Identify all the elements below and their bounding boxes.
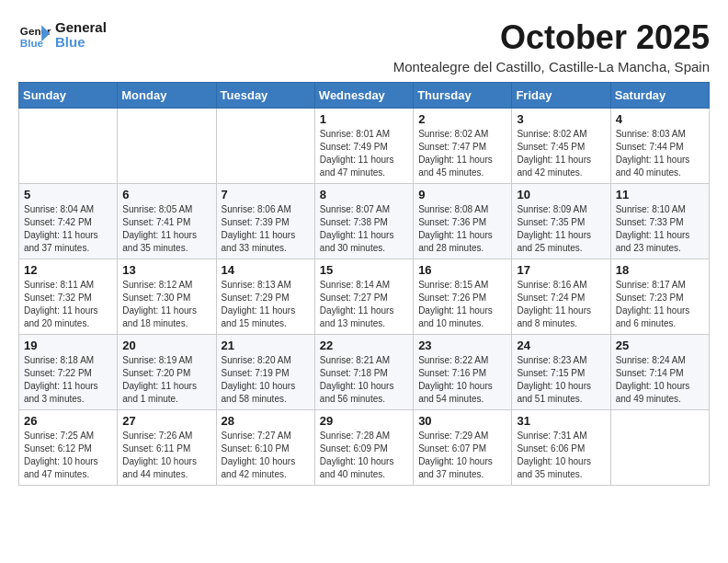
calendar-cell: 30Sunrise: 7:29 AM Sunset: 6:07 PM Dayli…	[414, 410, 512, 486]
day-number: 14	[222, 263, 310, 277]
calendar-cell: 31Sunrise: 7:31 AM Sunset: 6:06 PM Dayli…	[512, 410, 610, 486]
week-row-2: 5Sunrise: 8:04 AM Sunset: 7:42 PM Daylig…	[19, 184, 710, 259]
week-row-5: 26Sunrise: 7:25 AM Sunset: 6:12 PM Dayli…	[19, 410, 710, 486]
day-number: 11	[616, 188, 704, 201]
location-subtitle: Montealegre del Castillo, Castille-La Ma…	[393, 59, 710, 75]
cell-text: Sunrise: 8:22 AM Sunset: 7:16 PM Dayligh…	[418, 354, 506, 406]
calendar-cell: 10Sunrise: 8:09 AM Sunset: 7:35 PM Dayli…	[512, 184, 610, 259]
logo: General Blue General Blue	[18, 18, 107, 52]
logo-line2: Blue	[55, 35, 107, 51]
calendar-cell: 5Sunrise: 8:04 AM Sunset: 7:42 PM Daylig…	[19, 184, 118, 259]
week-row-3: 12Sunrise: 8:11 AM Sunset: 7:32 PM Dayli…	[19, 259, 710, 335]
day-number: 30	[418, 414, 506, 428]
day-number: 27	[122, 414, 210, 428]
cell-text: Sunrise: 8:08 AM Sunset: 7:36 PM Dayligh…	[418, 203, 506, 255]
calendar-cell: 25Sunrise: 8:24 AM Sunset: 7:14 PM Dayli…	[610, 335, 709, 410]
day-number: 20	[122, 339, 210, 352]
cell-text: Sunrise: 8:05 AM Sunset: 7:41 PM Dayligh…	[122, 203, 210, 255]
calendar-cell	[118, 109, 216, 184]
day-number: 7	[222, 188, 310, 201]
calendar-cell: 9Sunrise: 8:08 AM Sunset: 7:36 PM Daylig…	[414, 184, 512, 259]
day-number: 10	[517, 188, 605, 201]
cell-text: Sunrise: 7:29 AM Sunset: 6:07 PM Dayligh…	[418, 430, 506, 481]
day-number: 3	[517, 112, 605, 126]
cell-text: Sunrise: 8:13 AM Sunset: 7:29 PM Dayligh…	[222, 279, 310, 330]
calendar-cell: 11Sunrise: 8:10 AM Sunset: 7:33 PM Dayli…	[610, 184, 709, 259]
calendar-cell	[216, 109, 314, 184]
calendar-cell: 18Sunrise: 8:17 AM Sunset: 7:23 PM Dayli…	[610, 259, 709, 335]
cell-text: Sunrise: 7:31 AM Sunset: 6:06 PM Dayligh…	[517, 430, 605, 481]
calendar-cell: 1Sunrise: 8:01 AM Sunset: 7:49 PM Daylig…	[314, 109, 413, 184]
calendar-cell: 6Sunrise: 8:05 AM Sunset: 7:41 PM Daylig…	[118, 184, 216, 259]
day-number: 31	[517, 414, 605, 428]
calendar-cell: 14Sunrise: 8:13 AM Sunset: 7:29 PM Dayli…	[216, 259, 314, 335]
calendar-cell: 24Sunrise: 8:23 AM Sunset: 7:15 PM Dayli…	[512, 335, 610, 410]
day-number: 6	[122, 188, 210, 201]
day-number: 29	[320, 414, 408, 428]
svg-text:Blue: Blue	[20, 37, 44, 49]
weekday-header-row: SundayMondayTuesdayWednesdayThursdayFrid…	[19, 83, 710, 109]
calendar-cell: 4Sunrise: 8:03 AM Sunset: 7:44 PM Daylig…	[610, 109, 709, 184]
calendar-cell: 8Sunrise: 8:07 AM Sunset: 7:38 PM Daylig…	[314, 184, 413, 259]
day-number: 13	[122, 263, 210, 277]
calendar-cell	[610, 410, 709, 486]
weekday-header-sunday: Sunday	[19, 83, 118, 109]
cell-text: Sunrise: 8:18 AM Sunset: 7:22 PM Dayligh…	[24, 354, 112, 406]
calendar-cell: 23Sunrise: 8:22 AM Sunset: 7:16 PM Dayli…	[414, 335, 512, 410]
cell-text: Sunrise: 7:25 AM Sunset: 6:12 PM Dayligh…	[24, 430, 112, 481]
calendar-cell: 19Sunrise: 8:18 AM Sunset: 7:22 PM Dayli…	[19, 335, 118, 410]
cell-text: Sunrise: 7:27 AM Sunset: 6:10 PM Dayligh…	[222, 430, 310, 481]
weekday-header-wednesday: Wednesday	[314, 83, 413, 109]
page-header: General Blue General Blue October 2025 M…	[18, 18, 710, 75]
cell-text: Sunrise: 8:14 AM Sunset: 7:27 PM Dayligh…	[320, 279, 408, 330]
cell-text: Sunrise: 8:03 AM Sunset: 7:44 PM Dayligh…	[616, 128, 704, 179]
calendar-table: SundayMondayTuesdayWednesdayThursdayFrid…	[18, 82, 710, 486]
cell-text: Sunrise: 8:02 AM Sunset: 7:47 PM Dayligh…	[418, 128, 506, 179]
day-number: 25	[616, 339, 704, 352]
logo-icon: General Blue	[18, 18, 51, 52]
calendar-cell: 12Sunrise: 8:11 AM Sunset: 7:32 PM Dayli…	[19, 259, 118, 335]
cell-text: Sunrise: 8:24 AM Sunset: 7:14 PM Dayligh…	[616, 354, 704, 406]
day-number: 23	[418, 339, 506, 352]
weekday-header-monday: Monday	[118, 83, 216, 109]
month-title: October 2025	[393, 18, 710, 57]
cell-text: Sunrise: 8:11 AM Sunset: 7:32 PM Dayligh…	[24, 279, 112, 330]
cell-text: Sunrise: 8:17 AM Sunset: 7:23 PM Dayligh…	[616, 279, 704, 330]
cell-text: Sunrise: 7:26 AM Sunset: 6:11 PM Dayligh…	[122, 430, 210, 481]
calendar-cell: 29Sunrise: 7:28 AM Sunset: 6:09 PM Dayli…	[314, 410, 413, 486]
week-row-4: 19Sunrise: 8:18 AM Sunset: 7:22 PM Dayli…	[19, 335, 710, 410]
calendar-cell: 28Sunrise: 7:27 AM Sunset: 6:10 PM Dayli…	[216, 410, 314, 486]
cell-text: Sunrise: 8:12 AM Sunset: 7:30 PM Dayligh…	[122, 279, 210, 330]
calendar-cell: 27Sunrise: 7:26 AM Sunset: 6:11 PM Dayli…	[118, 410, 216, 486]
calendar-cell: 21Sunrise: 8:20 AM Sunset: 7:19 PM Dayli…	[216, 335, 314, 410]
calendar-cell: 20Sunrise: 8:19 AM Sunset: 7:20 PM Dayli…	[118, 335, 216, 410]
cell-text: Sunrise: 8:01 AM Sunset: 7:49 PM Dayligh…	[320, 128, 408, 179]
calendar-cell: 7Sunrise: 8:06 AM Sunset: 7:39 PM Daylig…	[216, 184, 314, 259]
day-number: 12	[24, 263, 112, 277]
day-number: 9	[418, 188, 506, 201]
calendar-cell: 15Sunrise: 8:14 AM Sunset: 7:27 PM Dayli…	[314, 259, 413, 335]
calendar-cell: 17Sunrise: 8:16 AM Sunset: 7:24 PM Dayli…	[512, 259, 610, 335]
day-number: 18	[616, 263, 704, 277]
cell-text: Sunrise: 8:16 AM Sunset: 7:24 PM Dayligh…	[517, 279, 605, 330]
logo-line1: General	[55, 20, 107, 36]
cell-text: Sunrise: 8:07 AM Sunset: 7:38 PM Dayligh…	[320, 203, 408, 255]
calendar-cell: 3Sunrise: 8:02 AM Sunset: 7:45 PM Daylig…	[512, 109, 610, 184]
day-number: 17	[517, 263, 605, 277]
day-number: 16	[418, 263, 506, 277]
week-row-1: 1Sunrise: 8:01 AM Sunset: 7:49 PM Daylig…	[19, 109, 710, 184]
cell-text: Sunrise: 7:28 AM Sunset: 6:09 PM Dayligh…	[320, 430, 408, 481]
day-number: 5	[24, 188, 112, 201]
weekday-header-friday: Friday	[512, 83, 610, 109]
calendar-cell: 26Sunrise: 7:25 AM Sunset: 6:12 PM Dayli…	[19, 410, 118, 486]
day-number: 4	[616, 112, 704, 126]
cell-text: Sunrise: 8:09 AM Sunset: 7:35 PM Dayligh…	[517, 203, 605, 255]
cell-text: Sunrise: 8:19 AM Sunset: 7:20 PM Dayligh…	[122, 354, 210, 406]
calendar-cell	[19, 109, 118, 184]
cell-text: Sunrise: 8:06 AM Sunset: 7:39 PM Dayligh…	[222, 203, 310, 255]
weekday-header-saturday: Saturday	[610, 83, 709, 109]
cell-text: Sunrise: 8:02 AM Sunset: 7:45 PM Dayligh…	[517, 128, 605, 179]
cell-text: Sunrise: 8:21 AM Sunset: 7:18 PM Dayligh…	[320, 354, 408, 406]
day-number: 1	[320, 112, 408, 126]
day-number: 8	[320, 188, 408, 201]
